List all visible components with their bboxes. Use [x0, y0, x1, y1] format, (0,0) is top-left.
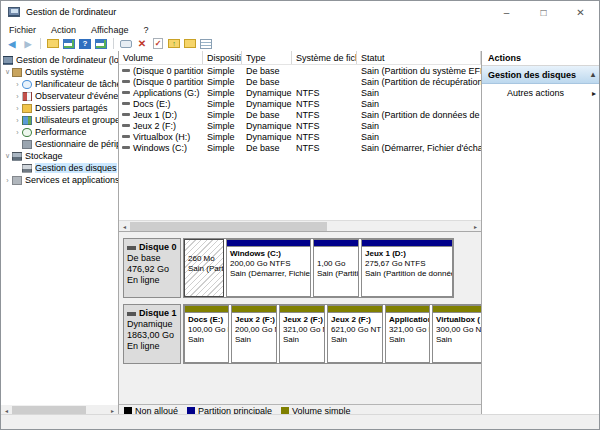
partition-jeux2-f-1[interactable]: Jeux 2 (F:) 200,00 Go N Sain [231, 305, 277, 363]
volume-icon [122, 135, 130, 138]
minimize-button[interactable]: – [488, 1, 525, 23]
volume-icon [122, 146, 130, 149]
partition-jeux2-f-3[interactable]: Jeux 2 (F:) 621,00 Go NT Sain [327, 305, 383, 363]
close-button[interactable]: ✕ [562, 1, 599, 23]
table-row[interactable]: (Disque 0 partition 1) Simple De base Sa… [119, 65, 481, 76]
primary-partition-bar [227, 240, 310, 247]
tree-item-shared-folders[interactable]: › Dossiers partagés [1, 102, 118, 114]
window-title: Gestion de l'ordinateur [26, 7, 116, 17]
tree-item-services-applications[interactable]: › Services et applications [1, 174, 118, 186]
volume-icon [122, 69, 130, 72]
table-row[interactable]: Jeux 1 (D:) Simple De base NTFS Sain (Pa… [119, 109, 481, 120]
table-row[interactable]: (Disque 0 partition 4) Simple De base Sa… [119, 76, 481, 87]
tree-item-task-scheduler[interactable]: › Planificateur de tâches [1, 78, 118, 90]
tree-item-computer-management[interactable]: Gestion de l'ordinateur (local) [1, 54, 118, 66]
table-row[interactable]: Applications (G:) Simple Dynamique NTFS … [119, 87, 481, 98]
submenu-arrow-icon: ▸ [592, 89, 600, 98]
disk-management-icon [22, 164, 32, 173]
disk-1-row: Disque 1 Dynamique 1863,00 Go En ligne D… [123, 304, 477, 364]
partition-applications-g[interactable]: Applications 321,00 Go N Sain [385, 305, 430, 363]
chevron-collapsed-icon[interactable]: › [13, 105, 22, 112]
maximize-button[interactable]: □ [525, 1, 562, 23]
console-tree-icon[interactable] [62, 38, 76, 50]
event-viewer-icon [22, 92, 32, 101]
partition-virtualbox-h[interactable]: Virtualbox ( 300,00 Go NT Sain [432, 305, 481, 363]
export-list-icon[interactable] [46, 38, 60, 50]
users-icon [22, 116, 32, 125]
properties-icon[interactable] [199, 38, 213, 50]
scroll-right-icon[interactable]: ▸ [470, 221, 481, 232]
tree-item-system-tools[interactable]: ∨ Outils système [1, 66, 118, 78]
tree-item-event-viewer[interactable]: › Observateur d'événements [1, 90, 118, 102]
storage-icon [12, 152, 22, 161]
primary-partition-bar [314, 240, 358, 247]
table-row[interactable]: Virtualbox (H:) Simple Dynamique NTFS Sa… [119, 131, 481, 142]
performance-icon [22, 128, 32, 137]
partition-docs-e[interactable]: Docs (E:) 100,00 Go N Sain [184, 305, 229, 363]
tree-item-local-users-groups[interactable]: › Utilisateurs et groupes l [1, 114, 118, 126]
chevron-collapsed-icon[interactable]: › [13, 93, 22, 100]
chevron-expanded-icon[interactable]: ∨ [3, 68, 12, 76]
tree-item-performance[interactable]: › Performance [1, 126, 118, 138]
disk-management-pane: Volume Disposition Type Système de fichi… [119, 51, 482, 416]
forward-icon[interactable]: ▶ [21, 38, 35, 50]
menu-affichage[interactable]: Affichage [91, 25, 128, 35]
partition-windows-c[interactable]: Windows (C:) 200,00 Go NTFS Sain (Démarr… [226, 239, 311, 297]
volume-list: Volume Disposition Type Système de fichi… [119, 51, 481, 231]
scroll-left-icon[interactable]: ◂ [119, 221, 130, 232]
shared-folders-icon [22, 104, 32, 113]
column-header-disposition[interactable]: Disposition [203, 51, 242, 64]
menu-help[interactable]: ? [143, 25, 148, 35]
disk-0-header[interactable]: Disque 0 De base 476,92 Go En ligne [123, 238, 181, 298]
partition-efi[interactable]: 260 Mo Sain (Part [184, 239, 224, 297]
partition-jeux2-f-2[interactable]: Jeux 2 (F:) 321,00 Go N Sain [279, 305, 325, 363]
collapse-icon[interactable]: ▴ [591, 70, 595, 79]
table-row[interactable]: Windows (C:) Simple De base NTFS Sain (D… [119, 142, 481, 153]
actions-section-disk-management[interactable]: Gestion des disques ▴ [482, 66, 600, 84]
status-bubble-icon[interactable] [119, 38, 133, 50]
column-header-filesystem[interactable]: Système de fichiers [292, 51, 357, 64]
simple-volume-bar [232, 306, 276, 313]
mark-active-icon[interactable]: ✓ [151, 38, 165, 50]
tree-item-device-manager[interactable]: Gestionnaire de périphé [1, 138, 118, 150]
column-header-status[interactable]: Statut [357, 51, 481, 64]
simple-volume-bar [386, 306, 429, 313]
explore-folder-icon[interactable] [183, 38, 197, 50]
open-folder-icon[interactable]: ↑ [167, 38, 181, 50]
menu-fichier[interactable]: Fichier [9, 25, 36, 35]
column-header-volume[interactable]: Volume [119, 51, 203, 64]
help-icon[interactable]: ? [78, 38, 92, 50]
back-icon[interactable]: ◀ [5, 38, 19, 50]
chevron-expanded-icon[interactable]: ∨ [3, 152, 12, 160]
console-tree-pane: Gestion de l'ordinateur (local) ∨ Outils… [1, 51, 119, 416]
disk-1-header[interactable]: Disque 1 Dynamique 1863,00 Go En ligne [123, 304, 181, 364]
volume-icon [122, 124, 130, 127]
menu-action[interactable]: Action [51, 25, 76, 35]
volume-list-horizontal-scrollbar[interactable]: ◂ ▸ [119, 220, 481, 231]
volume-icon [122, 113, 130, 116]
table-row[interactable]: Jeux 2 (F:) Simple Dynamique NTFS Sain [119, 120, 481, 131]
toolbar-separator [40, 38, 41, 49]
disk-graphical-view: Disque 0 De base 476,92 Go En ligne 260 … [119, 231, 481, 416]
column-header-type[interactable]: Type [242, 51, 292, 64]
volume-icon [122, 91, 130, 94]
actions-item-autres-actions[interactable]: Autres actions ▸ [482, 84, 600, 102]
computer-management-window: Gestion de l'ordinateur – □ ✕ Fichier Ac… [0, 0, 600, 430]
delete-volume-icon[interactable]: ✕ [135, 38, 149, 50]
partition-jeux1-d[interactable]: Jeux 1 (D:) 275,67 Go NTFS Sain (Partiti… [361, 239, 453, 297]
chevron-collapsed-icon[interactable]: › [3, 177, 12, 184]
action-pane-icon[interactable] [94, 38, 108, 50]
tree-item-disk-management[interactable]: Gestion des disques [1, 162, 118, 174]
scrollbar-thumb[interactable] [130, 222, 327, 231]
disk-icon [127, 246, 136, 250]
task-scheduler-icon [22, 80, 32, 89]
primary-partition-bar [362, 240, 452, 247]
tree-item-storage[interactable]: ∨ Stockage [1, 150, 118, 162]
actions-pane-title: Actions [482, 51, 600, 66]
partition-recovery[interactable]: 1,00 Go Sain (Partitio [313, 239, 359, 297]
toolbar-separator [113, 38, 114, 49]
chevron-collapsed-icon[interactable]: › [13, 117, 22, 124]
chevron-collapsed-icon[interactable]: › [13, 81, 22, 88]
table-row[interactable]: Docs (E:) Simple Dynamique NTFS Sain [119, 98, 481, 109]
chevron-collapsed-icon[interactable]: › [13, 129, 22, 136]
